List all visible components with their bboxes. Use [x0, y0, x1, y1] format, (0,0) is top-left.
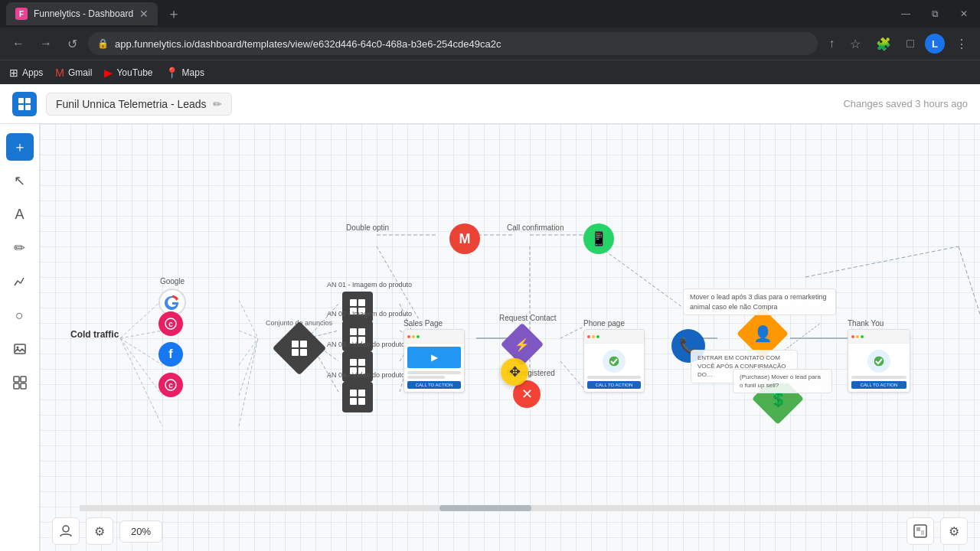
restore-button[interactable]: ⧉ — [926, 5, 945, 22]
sales-page-card[interactable]: ▶ CALL TO ACTION — [403, 329, 465, 393]
funnel-title-container[interactable]: Funil Unnica Telemetria - Leads ✏ — [46, 93, 232, 116]
purchase-note: (Purchase) Mover o lead para o funil up … — [733, 369, 832, 393]
svg-rect-48 — [292, 349, 299, 356]
app-topbar: Funil Unnica Telemetria - Leads ✏ Change… — [0, 84, 980, 124]
bookmark-youtube-label: YouTube — [116, 67, 152, 78]
google-node[interactable]: Google — [158, 277, 186, 316]
purchase-text: (Purchase) Mover o lead para o funil up … — [740, 373, 821, 389]
close-button[interactable]: ✕ — [954, 5, 974, 22]
scrollbar-bottom[interactable] — [80, 505, 980, 511]
svg-rect-9 — [21, 383, 26, 389]
left-sidebar: ＋ ↖ A ✏ ○ — [0, 124, 40, 551]
thank-you-card-body: CALL TO ACTION — [848, 344, 910, 392]
user-avatar[interactable]: L — [925, 34, 945, 54]
grid-settings-button[interactable]: ⚙ — [940, 517, 968, 545]
settings-button[interactable]: ⚙ — [86, 517, 113, 545]
browser-titlebar: F Funnelytics - Dashboard ✕ ＋ — ⧉ ✕ — [0, 0, 980, 28]
edit-icon[interactable]: ✏ — [213, 98, 222, 110]
profile-icon[interactable]: □ — [902, 34, 919, 54]
an04-node[interactable]: AN 04 - Vídeo do produto — [327, 371, 388, 412]
call-confirmation-label: Call confirmation — [507, 223, 564, 232]
conjunto-node[interactable]: Conjunto de anuncios — [266, 319, 332, 367]
fb-icon: f — [158, 342, 183, 367]
add-element-button[interactable]: ＋ — [6, 133, 34, 161]
image-tool-button[interactable] — [6, 335, 34, 363]
bottom-left-controls: ⚙ 20% — [52, 517, 162, 545]
phone-page-card-body: CALL TO ACTION — [584, 344, 644, 392]
svg-line-14 — [120, 338, 162, 426]
svg-rect-0 — [18, 98, 24, 103]
scrollbar-thumb[interactable] — [439, 505, 531, 511]
svg-line-30 — [560, 361, 583, 388]
request-contact-label: Request Contact — [499, 314, 557, 322]
svg-line-13 — [120, 338, 162, 396]
ad-node-1[interactable]: c — [158, 311, 183, 336]
tab-favicon: F — [15, 8, 28, 20]
extensions-icon[interactable]: 🧩 — [871, 34, 896, 54]
svg-point-67 — [874, 356, 884, 367]
user-settings-button[interactable] — [52, 517, 80, 545]
svg-rect-65 — [358, 398, 365, 405]
minimap-button[interactable] — [906, 517, 934, 545]
app-logo — [12, 92, 37, 116]
svg-point-68 — [63, 526, 69, 532]
canvas-area[interactable]: Cold traffic Google c f — [40, 124, 980, 551]
browser-tab[interactable]: F Funnelytics - Dashboard ✕ — [6, 2, 158, 25]
bookmarks-bar: ⊞ Apps M Gmail ▶ YouTube 📍 Maps — [0, 60, 980, 84]
tab-title: Funnelytics - Dashboard — [34, 8, 133, 19]
thank-you-cta-btn[interactable]: CALL TO ACTION — [851, 381, 906, 389]
bookmark-apps[interactable]: ⊞ Apps — [9, 67, 43, 79]
google-label: Google — [160, 277, 185, 285]
share-icon[interactable]: ↑ — [824, 34, 839, 54]
svg-rect-70 — [916, 527, 920, 531]
select-tool-button[interactable]: ↖ — [6, 167, 34, 194]
ad-icon-2: c — [158, 373, 183, 397]
bookmark-apps-label: Apps — [22, 67, 43, 78]
fb-node[interactable]: f — [158, 342, 183, 367]
close-tab-button[interactable]: ✕ — [139, 8, 149, 20]
thank-you-card-header — [848, 330, 910, 344]
zoom-display: 20% — [119, 520, 162, 543]
phone-page-card[interactable]: CALL TO ACTION — [583, 329, 645, 393]
phone-page-cta-btn[interactable]: CALL TO ACTION — [587, 381, 641, 389]
reload-button[interactable]: ↺ — [63, 34, 82, 54]
sales-page-cta-btn[interactable]: CALL TO ACTION — [407, 381, 461, 389]
svg-rect-7 — [21, 377, 26, 382]
bookmark-youtube[interactable]: ▶ YouTube — [104, 67, 152, 79]
address-text: app.funnelytics.io/dashboard/templates/v… — [115, 38, 808, 50]
bookmark-maps[interactable]: 📍 Maps — [165, 67, 204, 79]
whatsapp-node[interactable]: 📱 — [583, 223, 614, 254]
svg-rect-59 — [358, 359, 365, 366]
svg-line-40 — [959, 246, 980, 392]
address-bar[interactable]: 🔒 app.funnelytics.io/dashboard/templates… — [88, 32, 818, 55]
chart-tool-button[interactable] — [6, 268, 34, 295]
menu-icon[interactable]: ⋮ — [951, 34, 972, 54]
ad-node-2[interactable]: c — [158, 373, 183, 397]
apps-icon: ⊞ — [9, 67, 18, 79]
svg-line-19 — [239, 338, 258, 426]
an02-label: AN 02 - Imagem do produto — [327, 310, 388, 318]
new-tab-button[interactable]: ＋ — [164, 2, 184, 26]
bookmark-gmail[interactable]: M Gmail — [55, 67, 92, 79]
shape-tool-button[interactable]: ○ — [6, 302, 34, 329]
text-tool-button[interactable]: A — [6, 201, 34, 228]
nav-icons: ↑ ☆ 🧩 □ L ⋮ — [824, 34, 972, 54]
svg-rect-47 — [300, 341, 307, 347]
phone-page-card-header — [584, 330, 644, 344]
minimize-button[interactable]: — — [895, 5, 916, 22]
forward-button[interactable]: → — [35, 34, 57, 54]
gmail-node[interactable]: M — [449, 223, 480, 254]
thank-you-card[interactable]: CALL TO ACTION — [848, 329, 910, 393]
svg-line-17 — [239, 338, 258, 365]
sales-page-card-body: ▶ CALL TO ACTION — [404, 344, 464, 392]
svg-text:c: c — [168, 320, 173, 328]
sales-page-line-1 — [407, 371, 461, 374]
thank-you-label: Thank You — [848, 319, 884, 328]
back-button[interactable]: ← — [8, 34, 29, 54]
bookmark-icon[interactable]: ☆ — [845, 34, 865, 54]
more-tools-button[interactable] — [6, 369, 34, 396]
svg-line-29 — [560, 327, 583, 338]
phone-page-line — [587, 376, 641, 379]
svg-rect-51 — [358, 299, 365, 306]
draw-tool-button[interactable]: ✏ — [6, 234, 34, 262]
